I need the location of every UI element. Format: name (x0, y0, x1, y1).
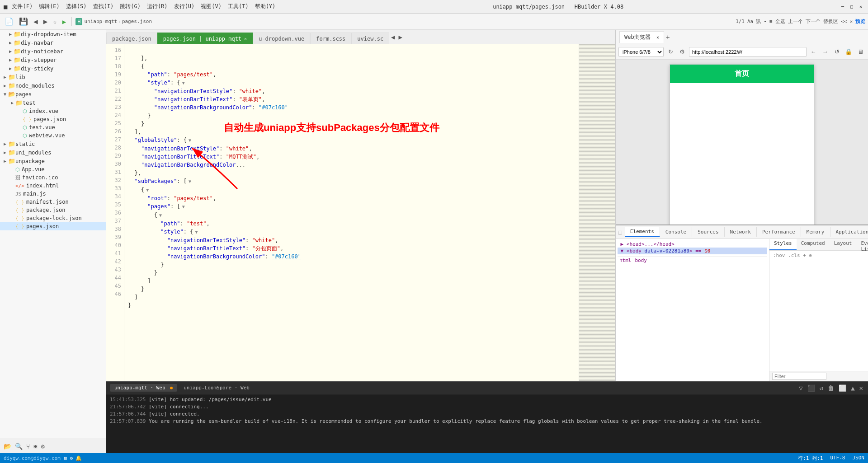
dom-body-crumb[interactable]: body (635, 257, 647, 263)
next-button[interactable]: 下一个 (806, 18, 821, 25)
toolbar-save-btn[interactable]: 💾 (17, 17, 30, 26)
terminal-close-btn[interactable]: ✕ (858, 384, 864, 392)
sidebar-item-diy-dropdown[interactable]: ▶ 📁 diy-dropdown-item (0, 30, 106, 38)
sidebar-item-test[interactable]: ▶ 📁 test (0, 98, 106, 107)
tab-u-dropdown[interactable]: u-dropdown.vue (253, 33, 310, 44)
toolbar-bookmark-btn[interactable]: ☆ (51, 18, 58, 25)
menu-help[interactable]: 帮助(Y) (253, 2, 278, 11)
maximize-button[interactable]: □ (848, 3, 855, 10)
sidebar-item-test-vue[interactable]: ▶ ⬡ test.vue (0, 123, 106, 131)
breadcrumb-root[interactable]: uniapp-mqtt (84, 19, 117, 24)
format-button[interactable]: 訊 (756, 18, 761, 25)
browser-lock-btn[interactable]: 🔒 (844, 47, 854, 57)
devtools-tab-sources[interactable]: Sources (692, 227, 724, 237)
prev-button[interactable]: 上一个 (788, 18, 803, 25)
dom-head-element[interactable]: ▶ <head>...</head> (618, 241, 767, 248)
devtools-right-tab-event-listeners[interactable]: Event Listeners (856, 239, 868, 250)
menu-select[interactable]: 选择(S) (64, 2, 89, 11)
aa-button[interactable]: Aa (747, 19, 753, 24)
sidebar-item-uni-modules[interactable]: ▶ 📁 uni_modules (0, 148, 106, 157)
sidebar-item-app-vue[interactable]: ▶ ⬡ App.vue (0, 165, 106, 173)
menu-run[interactable]: 运行(R) (145, 2, 170, 11)
lines-button[interactable]: ≡ (769, 19, 773, 24)
devtools-right-tab-computed[interactable]: Computed (797, 239, 830, 250)
browser-add-tab-button[interactable]: + (666, 33, 670, 41)
device-selector[interactable]: iPhone 6/7/8 (618, 47, 664, 57)
sidebar-item-node-modules[interactable]: ▶ 📁 node_modules (0, 81, 106, 90)
terminal-expand-btn[interactable]: ▲ (849, 384, 856, 392)
devtools-right-tab-layout[interactable]: Layout (830, 239, 857, 250)
terminal-tab-loomspare[interactable]: uniapp-LoomSpare · Web (179, 384, 254, 392)
tab-form-scss[interactable]: form.scss (310, 33, 351, 44)
sidebar-item-static[interactable]: ▶ 📁 static (0, 140, 106, 148)
toolbar-run-btn[interactable]: ▶ (61, 18, 68, 25)
devtools-tab-elements[interactable]: Elements (625, 227, 660, 237)
sidebar-item-pages[interactable]: ▼ 📂 pages (0, 90, 106, 98)
sidebar-btn-git[interactable]: ⑂ (26, 443, 30, 450)
sidebar-btn-search[interactable]: 🔍 (15, 443, 23, 450)
status-icon-3[interactable]: 🔔 (75, 455, 82, 461)
preview-button[interactable]: 预览 (855, 18, 865, 25)
bullet-button[interactable]: • (764, 19, 767, 24)
browser-settings-btn[interactable]: ⚙ (677, 47, 687, 57)
browser-back-btn[interactable]: ← (808, 47, 818, 57)
status-icon-1[interactable]: ⊞ (64, 455, 67, 461)
terminal-stop-btn[interactable]: ⬛ (806, 384, 816, 392)
sidebar-item-index-vue[interactable]: ▶ ⬡ index.vue (0, 107, 106, 115)
close-button[interactable]: ✕ (857, 3, 864, 10)
search-close-button[interactable]: ✕ (849, 19, 853, 24)
terminal-split-btn[interactable]: ⬜ (837, 384, 848, 392)
menu-file[interactable]: 文件(F) (10, 2, 34, 11)
minimize-button[interactable]: ─ (839, 3, 846, 10)
browser-tab-close-icon[interactable]: ✕ (656, 35, 659, 40)
sidebar-item-package-json[interactable]: ▶ { } package.json (0, 206, 106, 214)
sidebar-item-manifest-json[interactable]: ▶ { } manifest.json (0, 198, 106, 206)
devtools-tab-application[interactable]: Application (830, 227, 868, 237)
url-input[interactable] (689, 47, 807, 57)
tab-scroll-left[interactable]: ◀ (389, 33, 396, 41)
tab-package-json[interactable]: package.json (106, 33, 157, 44)
status-email[interactable]: diyqw.com@diyqw.com (4, 455, 61, 461)
browser-refresh-btn[interactable]: ↻ (665, 47, 675, 57)
devtools-tab-memory[interactable]: Memory (801, 227, 830, 237)
menu-jump[interactable]: 跳转(G) (118, 2, 142, 11)
devtools-tab-network[interactable]: Network (725, 227, 757, 237)
status-icon-2[interactable]: ⚙ (70, 455, 73, 461)
sidebar-item-diy-navbar[interactable]: ▶ 📁 diy-navbar (0, 38, 106, 47)
terminal-tab-uniapp-mqtt[interactable]: uniapp-mqtt · Web (110, 384, 177, 392)
sidebar-item-pages-json-active[interactable]: ▶ { } pages.json (0, 222, 106, 230)
sidebar-item-index-html[interactable]: ▶ </> index.html (0, 182, 106, 190)
sidebar-item-diy-sticky[interactable]: ▶ 📁 diy-sticky (0, 64, 106, 73)
sidebar-item-webview-vue[interactable]: ▶ ⬡ webview.vue (0, 131, 106, 140)
tab-scroll-right[interactable]: ▶ (397, 33, 404, 41)
devtools-right-tab-styles[interactable]: Styles (769, 239, 797, 250)
menu-tools[interactable]: 工具(T) (226, 2, 250, 11)
sidebar-item-main-js[interactable]: ▶ JS main.js (0, 190, 106, 198)
sidebar-btn-explorer[interactable]: 📂 (4, 443, 11, 450)
menu-view[interactable]: 视图(V) (199, 2, 223, 11)
devtools-tab-console[interactable]: Console (660, 227, 692, 237)
code-text[interactable]: }, { "path": "pages/test", "style": {▼ "… (124, 44, 579, 381)
terminal-restart-btn[interactable]: ↺ (818, 384, 825, 392)
menu-publish[interactable]: 发行(U) (172, 2, 197, 11)
devtools-inspect-icon[interactable]: ⬚ (616, 229, 625, 235)
select-all-button[interactable]: 全选 (775, 18, 785, 25)
sidebar-item-favicon[interactable]: ▶ 🖼 favicon.ico (0, 173, 106, 182)
browser-screenshot-btn[interactable]: 🖥 (855, 47, 865, 57)
replace-button[interactable]: 替换区 << (823, 18, 847, 25)
tab-uview-sc[interactable]: uview.sc (351, 33, 389, 44)
terminal-filter-btn[interactable]: ▽ (797, 384, 804, 392)
browser-forward-btn[interactable]: → (820, 47, 830, 57)
sidebar-item-lib[interactable]: ▶ 📁 lib (0, 73, 106, 81)
code-content-area[interactable]: 1617181920 2122232425 2627282930 3132333… (106, 44, 615, 381)
sidebar-item-package-lock[interactable]: ▶ { } package-lock.json (0, 214, 106, 222)
terminal-clear-btn[interactable]: 🗑 (826, 384, 835, 392)
menu-edit[interactable]: 编辑(E) (37, 2, 61, 11)
sidebar-item-diy-stepper[interactable]: ▶ 📁 diy-stepper (0, 56, 106, 64)
devtools-tab-performance[interactable]: Performance (757, 227, 801, 237)
toolbar-forward-btn[interactable]: ▶ (42, 17, 50, 26)
sidebar-btn-settings[interactable]: ⚙ (41, 443, 44, 450)
tab-close-icon[interactable]: ✕ (244, 36, 247, 41)
sidebar-btn-extensions[interactable]: ⊞ (33, 443, 37, 450)
browser-tab[interactable]: Web浏览器 ✕ (619, 31, 664, 43)
